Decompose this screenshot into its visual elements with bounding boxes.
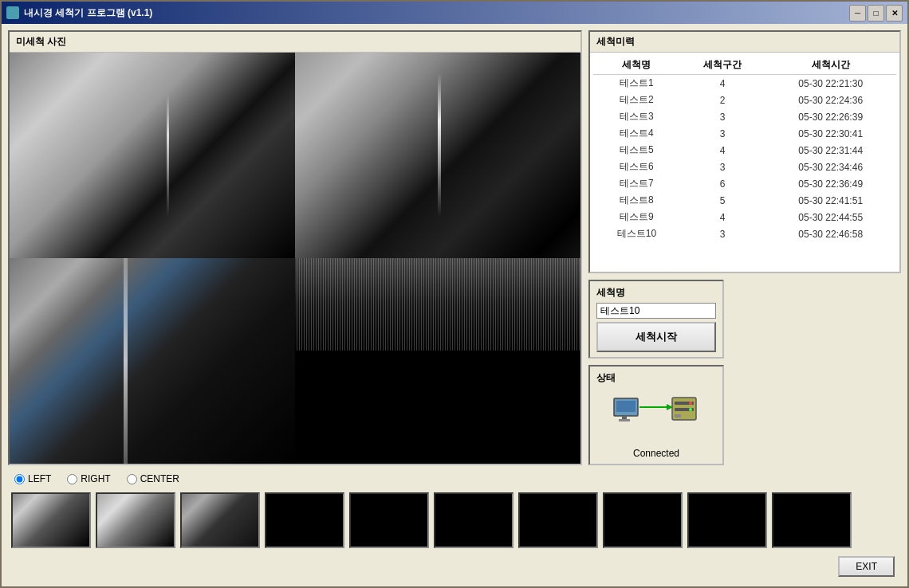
table-row[interactable]: 테스트3 3 05-30 22:26:39 — [593, 108, 896, 125]
thumbnail-3[interactable] — [180, 492, 260, 548]
cell-name: 테스트10 — [593, 225, 680, 242]
cell-section: 3 — [680, 125, 765, 142]
cell-section: 4 — [680, 209, 765, 225]
cell-name: 테스트8 — [593, 192, 680, 209]
control-panel: 세척명 세척시작 상태 — [588, 280, 724, 465]
table-row[interactable]: 테스트4 3 05-30 22:30:41 — [593, 125, 896, 142]
table-row[interactable]: 테스트9 4 05-30 22:44:55 — [593, 209, 896, 225]
cell-section: 3 — [680, 225, 765, 242]
cell-time: 05-30 22:41:51 — [765, 192, 896, 209]
cell-section: 4 — [680, 75, 765, 92]
col-header-section: 세척구간 — [680, 56, 765, 75]
title-bar: 내시경 세척기 프로그램 (v1.1) ─ □ ✕ — [2, 2, 907, 24]
thumbnail-1[interactable] — [11, 492, 91, 548]
cell-time: 05-30 22:26:39 — [765, 108, 896, 125]
main-content: 미세척 사진 세척미력 세척 — [2, 24, 907, 586]
svg-rect-2 — [622, 416, 627, 419]
svg-point-10 — [689, 408, 692, 411]
cell-name: 테스트5 — [593, 142, 680, 159]
radio-center-input[interactable] — [127, 474, 137, 484]
minimize-button[interactable]: ─ — [849, 5, 866, 22]
cell-time: 05-30 22:44:55 — [765, 209, 896, 225]
table-row[interactable]: 테스트2 2 05-30 22:24:36 — [593, 92, 896, 108]
cell-section: 3 — [680, 159, 765, 175]
right-section: 세척미력 세척명 세척구간 세척시간 테스트 — [588, 30, 901, 465]
cell-section: 2 — [680, 92, 765, 108]
radio-right-label: RIGHT — [81, 473, 110, 484]
radio-left-input[interactable] — [14, 474, 25, 484]
status-label: 상태 — [596, 371, 716, 385]
table-row[interactable]: 테스트5 4 05-30 22:31:44 — [593, 142, 896, 159]
cell-name: 테스트4 — [593, 125, 680, 142]
photo-bottom-left — [10, 258, 295, 464]
svg-rect-3 — [619, 419, 630, 421]
cell-time: 05-30 22:34:46 — [765, 159, 896, 175]
cell-section: 4 — [680, 142, 765, 159]
radio-right[interactable]: RIGHT — [67, 473, 110, 484]
photo-bottom-right — [295, 258, 580, 464]
cell-time: 05-30 22:30:41 — [765, 125, 896, 142]
wash-name-label: 세척명 — [596, 286, 716, 300]
photo-top-left — [10, 53, 295, 258]
col-header-time: 세척시간 — [765, 56, 896, 75]
history-table-container[interactable]: 세척명 세척구간 세척시간 테스트1 4 05-30 22:21:30 테스트2… — [590, 53, 899, 272]
radio-left[interactable]: LEFT — [14, 473, 51, 484]
history-panel: 세척미력 세척명 세척구간 세척시간 테스트 — [588, 30, 901, 273]
cell-name: 테스트9 — [593, 209, 680, 225]
radio-center[interactable]: CENTER — [127, 473, 179, 484]
cell-time: 05-30 22:24:36 — [765, 92, 896, 108]
cell-name: 테스트3 — [593, 108, 680, 125]
cell-name: 테스트1 — [593, 75, 680, 92]
col-header-name: 세척명 — [593, 56, 680, 75]
wash-name-input[interactable] — [596, 303, 716, 319]
table-row[interactable]: 테스트1 4 05-30 22:21:30 — [593, 75, 896, 92]
radio-group: LEFT RIGHT CENTER — [8, 470, 901, 488]
bottom-section: LEFT RIGHT CENTER — [8, 470, 901, 548]
svg-rect-1 — [616, 401, 636, 412]
status-icon-container — [596, 388, 716, 445]
cell-section: 5 — [680, 192, 765, 209]
svg-point-9 — [689, 402, 692, 405]
window-title: 내시경 세척기 프로그램 (v1.1) — [24, 6, 849, 20]
radio-left-label: LEFT — [28, 473, 51, 484]
thumbnail-9[interactable] — [687, 492, 767, 548]
wash-name-section: 세척명 세척시작 — [588, 280, 724, 359]
history-table: 세척명 세척구간 세척시간 테스트1 4 05-30 22:21:30 테스트2… — [593, 56, 896, 242]
table-row[interactable]: 테스트6 3 05-30 22:34:46 — [593, 159, 896, 175]
cell-name: 테스트7 — [593, 175, 680, 192]
photo-panel: 미세척 사진 — [8, 30, 582, 465]
radio-right-input[interactable] — [67, 474, 77, 484]
status-section: 상태 — [588, 365, 724, 465]
wash-start-button[interactable]: 세척시작 — [596, 322, 716, 352]
radio-center-label: CENTER — [140, 473, 179, 484]
cell-name: 테스트2 — [593, 92, 680, 108]
thumbnail-4[interactable] — [265, 492, 344, 548]
table-row[interactable]: 테스트8 5 05-30 22:41:51 — [593, 192, 896, 209]
exit-button[interactable]: EXIT — [838, 556, 895, 577]
cell-section: 6 — [680, 175, 765, 192]
photo-grid — [10, 53, 580, 464]
table-row[interactable]: 테스트10 3 05-30 22:46:58 — [593, 225, 896, 242]
top-section: 미세척 사진 세척미력 세척 — [8, 30, 901, 465]
maximize-button[interactable]: □ — [868, 5, 884, 22]
footer-bar: EXIT — [8, 553, 901, 580]
thumbnail-7[interactable] — [518, 492, 598, 548]
cell-time: 05-30 22:21:30 — [765, 75, 896, 92]
thumbnail-5[interactable] — [349, 492, 429, 548]
thumbnail-10[interactable] — [772, 492, 852, 548]
thumbnail-2[interactable] — [96, 492, 175, 548]
photo-panel-header: 미세척 사진 — [10, 32, 580, 53]
table-row[interactable]: 테스트7 6 05-30 22:36:49 — [593, 175, 896, 192]
close-button[interactable]: ✕ — [886, 5, 903, 22]
cell-time: 05-30 22:46:58 — [765, 225, 896, 242]
photo-top-right — [295, 53, 580, 258]
thumbnails-row — [8, 492, 901, 548]
status-text: Connected — [596, 448, 716, 459]
thumbnail-6[interactable] — [434, 492, 514, 548]
app-icon — [6, 6, 19, 19]
cell-name: 테스트6 — [593, 159, 680, 175]
history-panel-header: 세척미력 — [590, 32, 899, 53]
thumbnail-8[interactable] — [603, 492, 683, 548]
main-window: 내시경 세척기 프로그램 (v1.1) ─ □ ✕ 미세척 사진 — [0, 0, 909, 588]
network-icon — [612, 394, 700, 438]
